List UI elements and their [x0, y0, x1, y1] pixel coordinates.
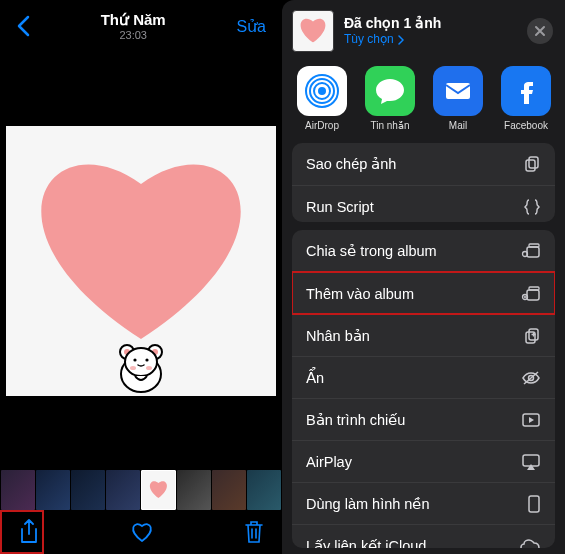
action-label: Sao chép ảnh	[306, 156, 396, 172]
action-group: Chia sẻ trong album Thêm vào album Nhân …	[292, 230, 555, 548]
svg-point-8	[130, 366, 136, 370]
sheet-options-label: Tùy chọn	[344, 32, 394, 48]
action-label: Chia sẻ trong album	[306, 243, 437, 259]
action-group: Sao chép ảnh Run Script	[292, 143, 555, 222]
app-facebook[interactable]: Facebook	[498, 66, 554, 131]
svg-point-6	[133, 358, 136, 361]
app-label: Facebook	[504, 120, 548, 131]
svg-rect-14	[446, 83, 470, 99]
action-label: Run Script	[306, 199, 374, 215]
action-copy-photo[interactable]: Sao chép ảnh	[292, 143, 555, 185]
svg-rect-23	[529, 287, 539, 290]
action-label: Dùng làm hình nền	[306, 496, 429, 512]
app-airdrop[interactable]: AirDrop	[294, 66, 350, 131]
trash-button[interactable]	[244, 520, 264, 544]
copy-icon	[523, 155, 541, 173]
action-add-to-album[interactable]: Thêm vào album	[292, 272, 555, 314]
share-button[interactable]	[18, 519, 40, 545]
photo-header: Thứ Năm 23:03 Sửa	[0, 0, 282, 52]
action-run-script[interactable]: Run Script	[292, 185, 555, 222]
add-album-icon	[521, 285, 541, 303]
play-rect-icon	[521, 412, 541, 428]
sheet-options-button[interactable]: Tùy chọn	[344, 32, 517, 48]
action-hide[interactable]: Ẩn	[292, 356, 555, 398]
thumbnail[interactable]	[36, 470, 70, 510]
action-list[interactable]: Sao chép ảnh Run Script Chia sẻ trong al…	[282, 143, 565, 554]
app-row[interactable]: AirDrop Tin nhắn Mail Facebook Ins	[282, 62, 565, 143]
action-label: AirPlay	[306, 454, 352, 470]
app-messages[interactable]: Tin nhắn	[362, 66, 418, 131]
favorite-button[interactable]	[130, 521, 154, 543]
sheet-header: Đã chọn 1 ảnh Tùy chọn	[282, 0, 565, 62]
back-button[interactable]	[8, 15, 38, 37]
header-title: Thứ Năm	[38, 11, 228, 29]
facebook-icon	[501, 66, 551, 116]
action-duplicate[interactable]: Nhân bản	[292, 314, 555, 356]
icloud-icon	[519, 538, 541, 548]
close-button[interactable]	[527, 18, 553, 44]
thumbnail-selected[interactable]	[141, 470, 177, 510]
thumbnail[interactable]	[71, 470, 105, 510]
close-icon	[534, 25, 546, 37]
thumbnail[interactable]	[1, 470, 35, 510]
app-label: Tin nhắn	[371, 120, 410, 131]
thumbnail[interactable]	[177, 470, 211, 510]
header-center: Thứ Năm 23:03	[38, 11, 228, 41]
svg-rect-20	[529, 244, 539, 247]
sheet-title: Đã chọn 1 ảnh	[344, 14, 517, 32]
hamster-character	[111, 338, 171, 394]
action-label: Bản trình chiếu	[306, 412, 405, 428]
chevron-right-icon	[398, 35, 404, 45]
share-sheet: Đã chọn 1 ảnh Tùy chọn AirDrop Tin nhắn	[282, 0, 565, 554]
svg-point-10	[318, 87, 326, 95]
sheet-thumbnail	[292, 10, 334, 52]
action-label: Nhân bản	[306, 328, 370, 344]
svg-point-5	[125, 348, 157, 376]
photo-viewer: Thứ Năm 23:03 Sửa	[0, 0, 282, 554]
thumbnail-strip[interactable]	[0, 470, 282, 510]
thumbnail[interactable]	[247, 470, 281, 510]
svg-rect-19	[527, 247, 539, 257]
action-icloud-link[interactable]: Lấy liên kết iCloud	[292, 524, 555, 548]
duplicate-icon	[523, 327, 541, 345]
photo-main	[6, 126, 276, 396]
svg-rect-22	[527, 290, 539, 300]
thumbnail[interactable]	[212, 470, 246, 510]
action-label: Lấy liên kết iCloud	[306, 538, 426, 548]
action-wallpaper[interactable]: Dùng làm hình nền	[292, 482, 555, 524]
app-label: Mail	[449, 120, 467, 131]
thumbnail[interactable]	[106, 470, 140, 510]
svg-point-9	[146, 366, 152, 370]
photo-toolbar	[0, 510, 282, 554]
action-label: Thêm vào album	[306, 286, 414, 302]
braces-icon	[523, 198, 541, 216]
svg-rect-17	[526, 160, 535, 171]
action-label: Ẩn	[306, 370, 324, 386]
edit-button[interactable]: Sửa	[228, 17, 274, 36]
header-time: 23:03	[38, 29, 228, 41]
app-mail[interactable]: Mail	[430, 66, 486, 131]
action-airplay[interactable]: AirPlay	[292, 440, 555, 482]
app-label: AirDrop	[305, 120, 339, 131]
airplay-icon	[521, 453, 541, 471]
shared-album-icon	[521, 242, 541, 260]
phone-rect-icon	[527, 494, 541, 514]
airdrop-icon	[297, 66, 347, 116]
sheet-titles: Đã chọn 1 ảnh Tùy chọn	[344, 14, 517, 48]
svg-rect-18	[529, 157, 538, 168]
svg-rect-30	[529, 496, 539, 512]
svg-point-7	[145, 358, 148, 361]
action-share-album[interactable]: Chia sẻ trong album	[292, 230, 555, 272]
photo-content[interactable]	[0, 52, 282, 470]
action-slideshow[interactable]: Bản trình chiếu	[292, 398, 555, 440]
eye-slash-icon	[521, 370, 541, 386]
mail-icon	[433, 66, 483, 116]
heart-icon	[11, 129, 271, 349]
messages-icon	[365, 66, 415, 116]
